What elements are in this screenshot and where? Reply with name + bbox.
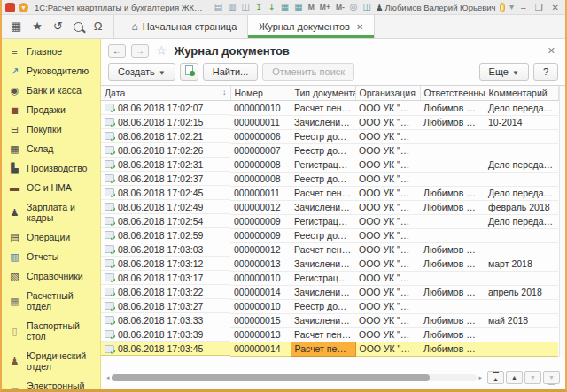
column-header-number[interactable]: Номер: [230, 86, 291, 101]
cell-resp[interactable]: Любимов Вале...: [420, 200, 485, 214]
cell-comment[interactable]: апрель 2018: [485, 285, 558, 299]
cell-date[interactable]: 08.06.2018 17:02:21: [101, 129, 230, 143]
cell-comment[interactable]: Дело передано...: [485, 101, 558, 116]
column-header-comment[interactable]: Комментарий: [485, 86, 558, 101]
cell-date[interactable]: 08.06.2018 17:03:12: [101, 257, 230, 271]
info-icon[interactable]: i: [500, 3, 506, 12]
cell-date[interactable]: 08.06.2018 17:03:03: [101, 242, 230, 257]
cell-date[interactable]: 08.06.2018 17:02:49: [101, 200, 230, 214]
cell-org[interactable]: ООО УК "Жили...: [355, 271, 420, 285]
search-icon[interactable]: [74, 22, 83, 32]
cell-org[interactable]: ООО УК "Жили...: [355, 200, 420, 214]
forward-button[interactable]: →: [131, 44, 149, 58]
cell-type[interactable]: Зачисление пе...: [291, 285, 355, 299]
cell-comment[interactable]: 10-2014: [485, 115, 558, 129]
cell-resp[interactable]: Любимов Вале...: [420, 115, 485, 129]
cell-number[interactable]: 000000008: [230, 172, 291, 186]
cell-org[interactable]: ООО УК "Жили...: [355, 158, 420, 172]
sidebar-item-3[interactable]: ◉Банк и касса: [2, 81, 100, 100]
cell-number[interactable]: 000000010: [230, 299, 291, 313]
table-row[interactable]: 08.06.2018 17:02:54000000009Регистрация …: [101, 214, 558, 228]
cell-number[interactable]: 000000007: [230, 143, 291, 158]
cell-type[interactable]: Реестр должни...: [291, 172, 355, 186]
cell-comment[interactable]: [485, 242, 558, 257]
table-row[interactable]: 08.06.2018 17:02:07000000010Расчет пени …: [101, 101, 558, 116]
calendar-icon[interactable]: ▦: [280, 2, 290, 12]
column-header-org[interactable]: Организация: [355, 86, 420, 101]
cell-resp[interactable]: Любимов Вале...: [420, 186, 485, 200]
create-button[interactable]: Создать▼: [108, 63, 175, 81]
column-header-type[interactable]: Тип документа: [291, 86, 355, 101]
cell-date[interactable]: 08.06.2018 17:02:31: [101, 158, 230, 172]
column-header-resp[interactable]: Ответственный: [420, 86, 485, 101]
favorite-star-icon[interactable]: ☆: [156, 43, 167, 58]
cell-number[interactable]: 000000015: [230, 313, 291, 327]
cell-number[interactable]: 000000006: [230, 129, 291, 143]
cell-org[interactable]: ООО УК "Жили...: [355, 257, 420, 271]
cell-date[interactable]: 08.06.2018 17:03:27: [101, 299, 230, 313]
cell-type[interactable]: Регистрация д...: [291, 158, 355, 172]
cell-type[interactable]: Расчет пени и ...: [291, 327, 355, 342]
cell-comment[interactable]: [485, 143, 558, 158]
cell-date[interactable]: 08.06.2018 17:03:39: [101, 327, 230, 342]
table-row[interactable]: 08.06.2018 17:03:45000000014Расчет пени …: [101, 342, 558, 356]
cell-date[interactable]: 08.06.2018 17:02:59: [101, 228, 230, 242]
cell-org[interactable]: ООО УК "Жили...: [355, 242, 420, 257]
minimize-button[interactable]: –: [518, 3, 529, 12]
cell-org[interactable]: ООО УК "Жили...: [355, 172, 420, 186]
cell-org[interactable]: ООО УК "Жили...: [355, 342, 420, 356]
cell-number[interactable]: 000000013: [230, 257, 291, 271]
sidebar-item-7[interactable]: ▙Производство: [2, 158, 100, 178]
cell-type[interactable]: Зачисление пе...: [291, 257, 355, 271]
cell-org[interactable]: ООО УК "Жили...: [355, 214, 420, 228]
sidebar-item-12[interactable]: ▧Справочники: [2, 266, 100, 286]
cell-resp[interactable]: [420, 228, 485, 242]
go-first-button[interactable]: ▲: [487, 371, 504, 384]
cell-comment[interactable]: [485, 271, 558, 285]
cell-number[interactable]: 000000009: [230, 214, 291, 228]
cell-org[interactable]: ООО УК "Жили...: [355, 129, 420, 143]
cell-org[interactable]: ООО УК "Жили...: [355, 228, 420, 242]
sidebar-item-1[interactable]: ≡Главное: [2, 42, 100, 61]
tab-active[interactable]: Журнал документов✕: [247, 15, 375, 38]
go-last-button[interactable]: ▼: [543, 371, 560, 384]
cell-resp[interactable]: Любимов Вале...: [420, 342, 485, 356]
cell-number[interactable]: 000000011: [230, 186, 291, 200]
cell-org[interactable]: ООО УК "Жили...: [355, 327, 420, 342]
history-icon[interactable]: ↺: [53, 20, 63, 33]
help-button[interactable]: ?: [533, 63, 558, 81]
cell-comment[interactable]: май 2018: [485, 313, 558, 327]
table-row[interactable]: 08.06.2018 17:02:37000000008Реестр должн…: [101, 172, 558, 186]
cell-number[interactable]: 000000013: [230, 327, 291, 342]
cell-resp[interactable]: [420, 214, 485, 228]
cell-number[interactable]: 000000011: [230, 115, 291, 129]
favorites-star-icon[interactable]: ★: [32, 20, 43, 33]
cell-org[interactable]: ООО УК "Жили...: [355, 186, 420, 200]
more-button[interactable]: Еще▼: [479, 63, 529, 81]
cell-comment[interactable]: февраль 2018: [485, 200, 558, 214]
scroll-left-icon[interactable]: ◂: [106, 374, 110, 381]
table-row[interactable]: 08.06.2018 17:03:03000000012Расчет пени …: [101, 242, 558, 257]
scroll-right-icon[interactable]: ▸: [478, 374, 482, 381]
horizontal-scrollbar[interactable]: ◂ ▸: [106, 373, 482, 381]
table-row[interactable]: 08.06.2018 17:03:12000000013Зачисление п…: [101, 257, 558, 271]
table-row[interactable]: 08.06.2018 17:02:45000000011Расчет пени …: [101, 186, 558, 200]
cell-date[interactable]: 08.06.2018 17:02:26: [101, 143, 230, 158]
notifications-bell-icon[interactable]: Ω: [94, 20, 103, 33]
cell-org[interactable]: ООО УК "Жили...: [355, 285, 420, 299]
back-button[interactable]: ←: [108, 44, 126, 58]
cell-type[interactable]: Реестр должни...: [291, 143, 355, 158]
cell-type[interactable]: Расчет пени и ...: [291, 242, 355, 257]
table-row[interactable]: 08.06.2018 17:03:27000000010Реестр должн…: [101, 299, 558, 313]
titlebar-caret-icon[interactable]: ▾: [509, 2, 515, 12]
cell-comment[interactable]: [485, 172, 558, 186]
export-icon[interactable]: ↥: [254, 2, 263, 12]
sidebar-item-11[interactable]: ▥Отчеты: [2, 247, 100, 266]
cell-number[interactable]: 000000012: [230, 242, 291, 257]
cell-type[interactable]: Реестр должни...: [291, 299, 355, 313]
cell-number[interactable]: 000000010: [230, 101, 291, 116]
cell-type[interactable]: Реестр должни...: [291, 129, 355, 143]
cell-comment[interactable]: [485, 228, 558, 242]
cell-resp[interactable]: Любимов Вале...: [420, 327, 485, 342]
cell-number[interactable]: 000000009: [230, 228, 291, 242]
